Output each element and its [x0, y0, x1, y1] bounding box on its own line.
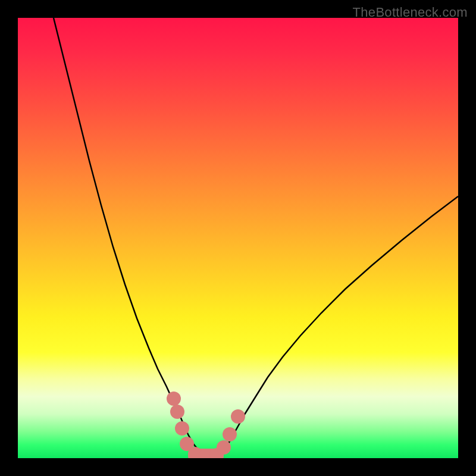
marker-dot: [167, 392, 181, 406]
valley-markers: [167, 392, 245, 458]
marker-dot: [223, 427, 237, 441]
marker-dot: [231, 409, 245, 424]
right-curve: [220, 196, 458, 455]
marker-dot: [170, 405, 184, 419]
marker-dot: [175, 421, 189, 436]
left-curve: [54, 18, 207, 455]
watermark-text: TheBottleneck.com: [353, 5, 468, 20]
plot-area: [18, 18, 458, 458]
chart-svg: [18, 18, 458, 458]
marker-dot: [217, 440, 231, 455]
